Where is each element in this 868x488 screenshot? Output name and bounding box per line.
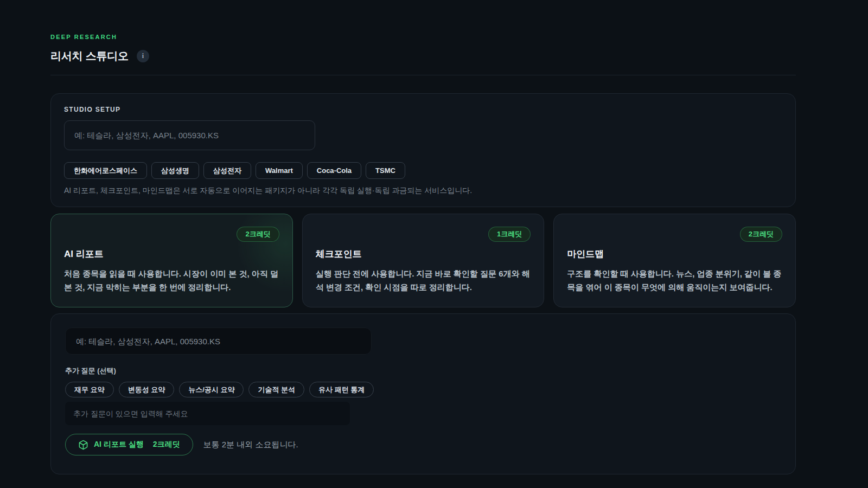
header-divider [50,75,796,75]
ticker-suggestion-chip[interactable]: 한화에어로스페이스 [64,162,147,179]
quick-question-row: 재무 요약변동성 요약뉴스/공시 요약기술적 분석유사 패턴 통계 [65,382,781,397]
product-card[interactable]: 1크레딧 체크포인트 실행 판단 전에 사용합니다. 지금 바로 확인할 질문 … [302,214,545,307]
run-report-button[interactable]: AI 리포트 실행 2크레딧 [65,434,193,455]
ticker-suggestion-chip[interactable]: Walmart [256,162,303,179]
ticker-suggestion-row: 한화에어로스페이스삼성생명삼성전자WalmartCoca-ColaTSMC [64,162,782,179]
product-title: 체크포인트 [316,248,531,260]
credit-badge: 2크레딧 [237,227,279,242]
product-title: AI 리포트 [64,248,279,260]
ticker-suggestion-chip[interactable]: TSMC [366,162,405,179]
badge-row: 1크레딧 [316,227,531,242]
credit-badge: 1크레딧 [488,227,531,242]
ticker-suggestion-chip[interactable]: 삼성생명 [151,162,199,179]
duration-note: 보통 2분 내외 소요됩니다. [203,440,298,450]
product-description: 처음 종목을 읽을 때 사용합니다. 시장이 이미 본 것, 아직 덜 본 것,… [64,267,279,294]
run-button-label: AI 리포트 실행 [94,440,144,450]
product-description: 구조를 확인할 때 사용합니다. 뉴스, 업종 분위기, 같이 볼 종목을 엮어… [567,267,782,294]
badge-row: 2크레딧 [64,227,279,242]
action-row: AI 리포트 실행 2크레딧 보통 2분 내외 소요됩니다. [65,434,781,455]
ticker-input[interactable] [64,120,315,150]
run-panel: 추가 질문 (선택) 재무 요약변동성 요약뉴스/공시 요약기술적 분석유사 패… [50,313,796,474]
pricing-note: AI 리포트, 체크포인트, 마인드맵은 서로 자동으로 이어지는 패키지가 아… [64,186,782,196]
page-header: DEEP RESEARCH 리서치 스튜디오 i [50,34,796,75]
ticker-suggestion-chip[interactable]: 삼성전자 [203,162,251,179]
setup-section-label: STUDIO SETUP [64,106,782,113]
product-description: 실행 판단 전에 사용합니다. 지금 바로 확인할 질문 6개와 해석 변경 조… [316,267,531,294]
cube-icon [78,440,88,450]
info-icon[interactable]: i [137,50,149,62]
quick-question-chip[interactable]: 기술적 분석 [248,382,304,397]
studio-setup-panel: STUDIO SETUP 한화에어로스페이스삼성생명삼성전자WalmartCoc… [50,93,796,207]
research-studio-page: DEEP RESEARCH 리서치 스튜디오 i STUDIO SETUP 한화… [0,0,868,474]
run-ticker-input[interactable] [65,328,372,355]
extra-question-input[interactable] [65,402,350,425]
quick-question-chip[interactable]: 뉴스/공시 요약 [179,382,244,397]
credit-badge: 2크레딧 [740,227,782,242]
product-card[interactable]: 2크레딧 마인드맵 구조를 확인할 때 사용합니다. 뉴스, 업종 분위기, 같… [553,214,796,307]
quick-question-chip[interactable]: 유사 패턴 통계 [309,382,374,397]
run-button-credits: 2크레딧 [153,440,180,450]
quick-question-chip[interactable]: 변동성 요약 [119,382,175,397]
eyebrow-label: DEEP RESEARCH [50,34,796,40]
badge-row: 2크레딧 [567,227,782,242]
product-cards-row: 2크레딧 AI 리포트 처음 종목을 읽을 때 사용합니다. 시장이 이미 본 … [50,214,796,307]
title-row: 리서치 스튜디오 i [50,49,796,63]
ticker-suggestion-chip[interactable]: Coca-Cola [307,162,361,179]
product-card[interactable]: 2크레딧 AI 리포트 처음 종목을 읽을 때 사용합니다. 시장이 이미 본 … [50,214,293,307]
page-title: 리서치 스튜디오 [50,49,129,63]
extra-question-label: 추가 질문 (선택) [65,366,781,376]
product-title: 마인드맵 [567,248,782,260]
quick-question-chip[interactable]: 재무 요약 [65,382,114,397]
info-glyph: i [142,52,144,60]
